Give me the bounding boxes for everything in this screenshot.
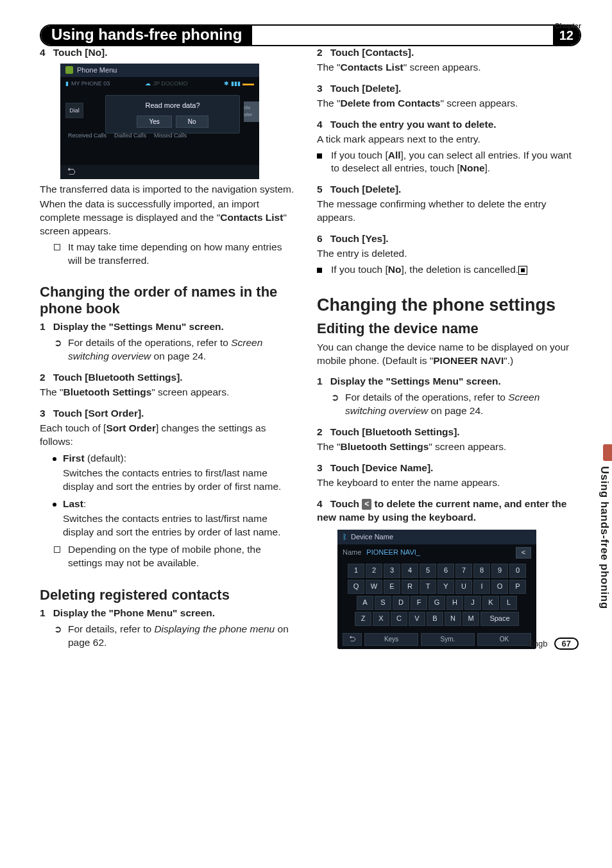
keyboard-key[interactable]: I (473, 580, 490, 594)
h1-phone-settings: Changing the phone settings (317, 293, 572, 317)
ref-icon: ➲ (331, 391, 341, 418)
note-icon (54, 244, 60, 250)
keyboard-key[interactable]: C (391, 612, 407, 626)
sort-s3-body: Each touch of [Sort Order] changes the s… (40, 422, 295, 449)
keyboard-key[interactable]: 2 (366, 564, 382, 578)
e-s2: 2Touch [Bluetooth Settings]. (317, 426, 572, 439)
r-s5: 5Touch [Delete]. (317, 183, 572, 196)
dial-button[interactable]: Dial (65, 103, 83, 118)
keyboard-key[interactable]: E (384, 580, 400, 594)
key-row-2: QWERTYUIOP (343, 580, 531, 594)
side-tab-notch (603, 444, 612, 461)
sym-button[interactable]: Sym. (421, 633, 475, 646)
ref-icon: ➲ (54, 623, 64, 650)
shot1-title: Phone Menu (77, 65, 117, 75)
shot2-name-row: Name PIONEER NAVI_ < (337, 544, 536, 561)
keyboard-key[interactable]: U (455, 580, 472, 594)
no-button[interactable]: No (176, 116, 208, 128)
e-s1: 1Display the "Settings Menu" screen. (317, 375, 572, 388)
chapter-header: Using hands-free phoning 12 (40, 24, 581, 46)
keyboard-key[interactable]: N (445, 612, 461, 626)
h2-sort-order: Changing the order of names in the phone… (40, 284, 295, 317)
shot1-topbar: Phone Menu (60, 64, 259, 77)
keyboard-key[interactable]: Y (438, 580, 454, 594)
keyboard-key[interactable]: K (482, 596, 499, 610)
keyboard-key[interactable]: W (366, 580, 382, 594)
received-calls-tab[interactable]: Received Calls (65, 131, 109, 140)
page-number: 67 (554, 638, 579, 650)
keyboard-key[interactable]: T (420, 580, 436, 594)
r-s6: 6Touch [Yes]. (317, 232, 572, 246)
backspace-button[interactable]: < (516, 547, 531, 559)
keyboard-key[interactable]: R (402, 580, 418, 594)
keyboard-key[interactable]: H (446, 596, 463, 610)
keyboard-key[interactable]: 3 (384, 564, 400, 578)
h2-delete-contacts: Deleting registered contacts (40, 587, 295, 603)
keyboard-key[interactable]: M (463, 612, 479, 626)
keys-button[interactable]: Keys (364, 633, 418, 646)
right-column: 2Touch [Contacts]. The "Contacts List" s… (317, 46, 572, 650)
backspace-inline-icon: < (362, 499, 371, 510)
left-column: 4Touch [No]. Phone Menu ▮MY PHONE 03 ☁JP… (40, 46, 295, 650)
keyboard-key[interactable]: B (427, 612, 443, 626)
keyboard-key[interactable]: 4 (402, 564, 418, 578)
keyboard-key[interactable]: V (409, 612, 425, 626)
keyboard-key[interactable]: Q (348, 580, 364, 594)
e-s3-body: The keyboard to enter the name appears. (317, 476, 572, 490)
sort-s1: 1Display the "Settings Menu" screen. (40, 320, 295, 334)
keyboard-key[interactable]: P (509, 580, 526, 594)
r-s3-body: The "Delete from Contacts" screen appear… (317, 97, 572, 110)
device-name-screenshot: ᛒ Device Name Name PIONEER NAVI_ < 12345… (337, 530, 536, 649)
transfer-side-button[interactable]: cts sfer (244, 101, 259, 122)
r-s2: 2Touch [Contacts]. (317, 46, 572, 60)
section-end-icon (518, 266, 527, 275)
read-more-dialog: Read more data? Yes No (105, 95, 240, 134)
keyboard-key[interactable]: 5 (420, 564, 436, 578)
shot1-device-row: ▮MY PHONE 03 ☁JP DOCOMO ✱▮▮▮▬▬ (60, 77, 259, 90)
keyboard-key[interactable]: L (500, 596, 517, 610)
content-columns: 4Touch [No]. Phone Menu ▮MY PHONE 03 ☁JP… (40, 46, 581, 650)
r-s2-body: The "Contacts List" screen appears. (317, 61, 572, 74)
r-s3: 3Touch [Delete]. (317, 82, 572, 96)
p-import-complete: When the data is successfully imported, … (40, 198, 295, 238)
keyboard-key[interactable]: F (411, 596, 427, 610)
side-tab: Using hands-free phoning (597, 444, 612, 655)
dialled-calls-tab[interactable]: Dialled Calls (112, 131, 149, 140)
keyboard-key[interactable]: 8 (473, 564, 490, 578)
h2-device-name: Editing the device name (317, 320, 572, 336)
missed-calls-tab[interactable]: Missed Calls (151, 131, 189, 140)
name-value[interactable]: PIONEER NAVI_ (366, 548, 511, 557)
yes-button[interactable]: Yes (137, 116, 171, 128)
e-s1-note: ➲ For details of the operations, refer t… (317, 391, 572, 418)
keyboard-key[interactable]: J (464, 596, 481, 610)
sort-s2: 2Touch [Bluetooth Settings]. (40, 371, 295, 385)
space-key[interactable]: Space (480, 612, 519, 626)
dialog-message: Read more data? (111, 101, 234, 110)
keyboard-key[interactable]: 1 (348, 564, 364, 578)
sort-bullets: First (default): Switches the contacts e… (40, 452, 295, 539)
signal-icon: ▮▮▮ (231, 80, 241, 87)
keyboard-key[interactable]: Z (355, 612, 371, 626)
key-row-3: ASDFGHJKL (343, 596, 531, 610)
keyboard-key[interactable]: S (375, 596, 391, 610)
r-s6-note: If you touch [No], the deletion is cance… (317, 263, 572, 277)
keyboard-key[interactable]: X (373, 612, 389, 626)
call-tabs: Received Calls Dialled Calls Missed Call… (65, 131, 189, 140)
note-icon (54, 546, 60, 553)
back-icon[interactable]: ⮌ (67, 166, 76, 178)
keyboard-key[interactable]: G (429, 596, 445, 610)
keyboard-key[interactable]: 7 (455, 564, 472, 578)
keyboard-key[interactable]: 6 (438, 564, 454, 578)
keyboard-key[interactable]: 9 (491, 564, 508, 578)
p-transferred: The transferred data is imported to the … (40, 183, 295, 196)
square-icon (317, 268, 322, 273)
square-icon (317, 153, 322, 159)
keyboard-key[interactable]: 0 (509, 564, 526, 578)
back-button[interactable]: ⮌ (343, 633, 362, 646)
keyboard-key[interactable]: D (393, 596, 409, 610)
r-s6-body: The entry is deleted. (317, 247, 572, 261)
ok-button[interactable]: OK (477, 633, 531, 646)
keyboard-key[interactable]: A (357, 596, 373, 610)
carrier-icon: ☁ (145, 80, 151, 87)
keyboard-key[interactable]: O (491, 580, 508, 594)
